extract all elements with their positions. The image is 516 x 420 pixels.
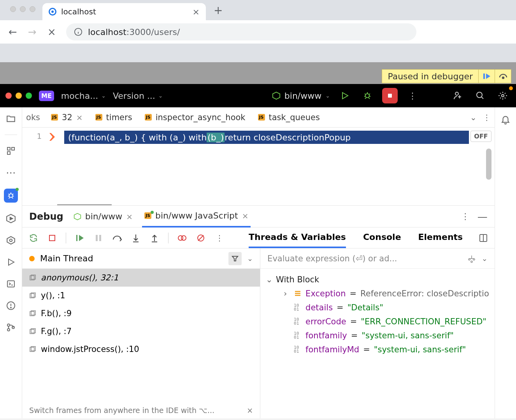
view-breakpoints-icon[interactable]	[177, 233, 187, 243]
stack-frame-row[interactable]: window.jstProcess(), :10	[22, 340, 260, 358]
equals: =	[351, 331, 358, 340]
tab-more-icon[interactable]: ⋮	[483, 113, 491, 122]
debug-button[interactable]	[360, 88, 375, 103]
vars-dropdown-icon[interactable]: ⌄	[482, 254, 488, 262]
close-icon[interactable]: ×	[242, 211, 249, 220]
ide-zoom[interactable]	[26, 93, 32, 99]
browser-tab[interactable]: localhost ×	[42, 3, 206, 20]
url-bar[interactable]: localhost:3000/users/	[66, 23, 416, 40]
run-button[interactable]	[337, 88, 353, 103]
scope-row[interactable]: ⌄ With Block	[263, 273, 491, 287]
evaluate-input[interactable]: Evaluate expression (⏎) or ad... ⌄	[260, 248, 495, 269]
breakpoint-hit-icon[interactable]	[49, 132, 56, 142]
toolbar-more-icon[interactable]: ⋮	[214, 233, 225, 243]
back-icon[interactable]: ←	[8, 27, 18, 37]
svg-marker-47	[49, 133, 55, 141]
resume-icon[interactable]	[478, 69, 495, 83]
debug-more-icon[interactable]: ⋮	[461, 212, 470, 221]
project-selector[interactable]: mocha... ⌄	[61, 91, 106, 101]
layout-icon[interactable]	[478, 233, 488, 243]
svg-marker-6	[273, 92, 280, 99]
reload-icon[interactable]: ×	[47, 27, 57, 37]
line-number: 1	[37, 131, 42, 141]
stop-icon[interactable]	[47, 233, 57, 243]
url-host: localhost	[88, 27, 126, 37]
thread-row[interactable]: Main Thread ⌄	[22, 248, 260, 269]
more-icon[interactable]: ⋮	[405, 88, 420, 103]
watch-icon[interactable]	[467, 254, 476, 263]
tab-dropdown-icon[interactable]: ⌄	[470, 113, 477, 122]
editor-tab[interactable]: JStask_queues	[252, 107, 326, 128]
debug-view-tab[interactable]: Console	[363, 228, 401, 248]
git-tool-icon[interactable]	[5, 322, 17, 333]
window-close[interactable]	[10, 6, 16, 12]
run-config-selector[interactable]: bin/www ⌄	[272, 91, 330, 101]
reader-mode-toggle[interactable]: OFF	[470, 131, 491, 142]
js-badge-icon: JS	[95, 114, 102, 121]
step-over-icon[interactable]	[112, 233, 122, 243]
window-zoom[interactable]	[30, 6, 35, 12]
vcs-selector[interactable]: Version ... ⌄	[113, 91, 163, 101]
structure-tool-icon[interactable]	[5, 145, 17, 157]
close-icon[interactable]: ×	[126, 212, 133, 221]
close-tab-icon[interactable]: ×	[193, 7, 200, 17]
variable-row[interactable]: ›Exception = ReferenceError: closeDescri…	[263, 287, 491, 301]
debug-tool-icon[interactable]	[4, 189, 18, 203]
close-tab-icon[interactable]: ×	[76, 113, 83, 122]
more-tool-icon[interactable]: ⋯	[5, 167, 17, 178]
ide-close[interactable]	[5, 93, 12, 99]
stack-frame-row[interactable]: y(), :1	[22, 287, 260, 304]
forward-icon[interactable]: →	[27, 27, 37, 37]
svg-point-59	[181, 236, 186, 240]
minimize-panel-icon[interactable]: —	[477, 211, 488, 222]
editor-tab[interactable]: JS32×	[45, 107, 89, 128]
variable-row[interactable]: 1001fontfamily = "system-ui, sans-serif"	[263, 329, 491, 343]
run-tool-icon[interactable]	[5, 213, 17, 224]
code-with-me-icon[interactable]	[450, 88, 465, 103]
editor[interactable]: 1 (function(a_, b_) { with (a_) with (b_…	[22, 128, 495, 205]
stack-frame-row[interactable]: anonymous(), 32:1	[22, 269, 260, 287]
services-tool-icon[interactable]	[5, 234, 17, 246]
problems-tool-icon[interactable]	[5, 300, 17, 312]
debug-session-tab[interactable]: JSbin/www JavaScript×	[142, 206, 251, 228]
editor-tab-label: timers	[106, 113, 132, 122]
stop-button[interactable]	[382, 88, 398, 103]
settings-icon[interactable]	[495, 88, 511, 103]
variable-row[interactable]: 1001details = "Details"	[263, 301, 491, 315]
mute-breakpoints-icon[interactable]	[196, 233, 206, 243]
debug-view-tab[interactable]: Elements	[418, 228, 463, 248]
project-tool-icon[interactable]	[5, 113, 17, 124]
debug-session-tab[interactable]: bin/www×	[71, 206, 135, 228]
js-badge-icon: JS	[145, 114, 152, 121]
thread-dropdown-icon[interactable]: ⌄	[247, 254, 253, 262]
stack-frame-row[interactable]: F.b(), :9	[22, 304, 260, 322]
variable-row[interactable]: 1001fontfamilyMd = "system-ui, sans-seri…	[263, 343, 491, 357]
step-into-icon[interactable]	[131, 233, 141, 243]
code-line[interactable]: (function(a_, b_) { with (a_) with (b_) …	[64, 131, 469, 144]
pause-icon[interactable]	[93, 233, 104, 243]
editor-tab[interactable]: JStimers	[89, 107, 139, 128]
terminal-tool-icon[interactable]	[5, 278, 17, 290]
notifications-icon[interactable]	[500, 114, 511, 125]
hint-close-icon[interactable]: ×	[247, 406, 253, 415]
new-tab-button[interactable]: +	[206, 4, 230, 17]
code-text: (function(a_, b_) { with (a_) with	[68, 133, 207, 142]
play-tool-icon[interactable]	[5, 256, 17, 268]
stack-frame-row[interactable]: F.g(), :7	[22, 322, 260, 340]
rerun-icon[interactable]	[28, 233, 39, 243]
variable-row[interactable]: 1001errorCode = "ERR_CONNECTION_REFUSED"	[263, 315, 491, 329]
svg-marker-38	[9, 259, 14, 265]
search-icon[interactable]	[472, 88, 488, 103]
filter-icon[interactable]	[228, 252, 242, 265]
site-info-icon[interactable]	[74, 28, 82, 36]
svg-line-61	[198, 235, 204, 241]
editor-tab[interactable]: JSinspector_async_hook	[139, 107, 252, 128]
debug-view-tab[interactable]: Threads & Variables	[249, 228, 346, 248]
resume-icon[interactable]	[75, 233, 85, 243]
window-minimize[interactable]	[20, 6, 26, 12]
step-out-icon[interactable]	[149, 233, 160, 243]
svg-marker-64	[232, 256, 238, 261]
ide-minimize[interactable]	[16, 93, 22, 99]
step-icon[interactable]	[495, 69, 511, 83]
scrollbar[interactable]	[486, 149, 491, 180]
